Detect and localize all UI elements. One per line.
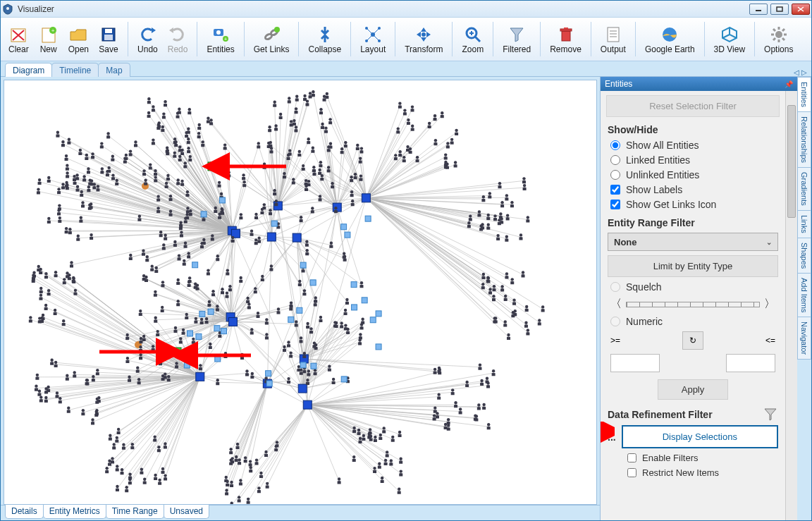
tab-scroll-arrows[interactable]: ◁ ▷ <box>794 68 807 76</box>
toolbar-googleearth-button[interactable]: Google Earth <box>640 19 700 59</box>
svg-point-1271 <box>199 364 202 367</box>
bottom-tab-details[interactable]: Details <box>5 505 44 519</box>
toolbar-label: Save <box>99 44 118 54</box>
svg-point-1306 <box>184 242 187 245</box>
vert-tab-entities[interactable]: Entities <box>797 77 811 112</box>
toolbar-label: Undo <box>137 44 158 54</box>
svg-point-1358 <box>166 147 168 149</box>
svg-point-1284 <box>183 259 185 262</box>
ge-field[interactable] <box>610 354 660 372</box>
toolbar-label: New <box>40 44 57 54</box>
svg-point-979 <box>500 285 503 288</box>
toolbar-save-button[interactable]: Save <box>94 19 123 59</box>
vert-tab-shapes[interactable]: Shapes <box>797 238 811 274</box>
slider-left-arrow-icon[interactable]: 〈 <box>610 297 622 312</box>
toolbar-getlinks-button[interactable]: Get Links <box>249 19 295 59</box>
vert-tab-links[interactable]: Links <box>797 210 811 238</box>
showhide-radio-1[interactable] <box>610 155 620 165</box>
svg-point-1302 <box>312 147 314 149</box>
svg-point-975 <box>504 295 507 298</box>
le-field[interactable] <box>726 354 775 372</box>
svg-rect-1389 <box>192 262 198 268</box>
toolbar-clear-button[interactable]: Clear <box>4 19 34 59</box>
enable-filters-checkbox[interactable] <box>627 453 636 462</box>
svg-point-1229 <box>295 320 297 323</box>
tab-timeline[interactable]: Timeline <box>51 63 99 77</box>
bottom-tab-time-range[interactable]: Time Range <box>106 505 164 519</box>
numeric-reset-button[interactable]: ↻ <box>682 331 703 350</box>
svg-point-1330 <box>269 209 271 212</box>
svg-point-1301 <box>125 154 128 157</box>
toolbar-transform-button[interactable]: Transform <box>400 19 448 59</box>
toolbar-redo-button[interactable]: Redo <box>163 19 193 59</box>
toolbar-layout-button[interactable]: Layout <box>355 19 390 59</box>
svg-point-898 <box>273 100 276 103</box>
side-scrollbar[interactable] <box>785 91 797 520</box>
vert-tab-relationships[interactable]: Relationships <box>797 111 811 168</box>
showhide-check-1[interactable] <box>610 200 620 209</box>
toolbar-filtered-button[interactable]: Filtered <box>498 19 536 59</box>
svg-point-1321 <box>267 142 270 145</box>
showhide-check-0[interactable] <box>610 185 620 195</box>
svg-point-856 <box>116 179 118 182</box>
toolbar: Clear+NewOpenSaveUndoRedo+EntitiesGet Li… <box>1 18 811 61</box>
showhide-radio-2[interactable] <box>610 170 620 180</box>
toolbar-collapse-button[interactable]: Collapse <box>303 19 346 59</box>
maximize-button[interactable] <box>770 4 789 15</box>
svg-point-1272 <box>359 157 362 159</box>
funnel-icon[interactable] <box>763 407 778 422</box>
bottom-tab-unsaved[interactable]: Unsaved <box>164 505 209 519</box>
range-combo[interactable]: None ⌄ <box>608 233 778 251</box>
showhide-radio-0[interactable] <box>610 140 620 150</box>
svg-point-1143 <box>90 202 92 205</box>
vert-tab-gradients[interactable]: Gradients <box>797 167 811 211</box>
svg-point-1212 <box>187 252 190 255</box>
toolbar-label: Redo <box>168 44 188 54</box>
diagram-canvas[interactable] <box>4 80 597 505</box>
svg-point-1193 <box>139 345 142 348</box>
svg-point-1312 <box>216 379 219 381</box>
svg-rect-832 <box>293 233 301 242</box>
squelch-slider[interactable] <box>626 302 760 307</box>
toolbar-undo-button[interactable]: Undo <box>133 19 163 59</box>
svg-line-574 <box>366 125 429 198</box>
close-button[interactable] <box>792 4 810 15</box>
tab-map[interactable]: Map <box>98 63 130 77</box>
refine-dots[interactable]: ... <box>608 431 616 443</box>
toolbar-3dview-button[interactable]: 3D View <box>709 19 750 59</box>
slider-right-arrow-icon[interactable]: 〉 <box>764 297 775 312</box>
svg-point-927 <box>434 139 437 142</box>
svg-point-1065 <box>116 485 118 488</box>
svg-point-1107 <box>95 410 98 413</box>
toolbar-zoom-button[interactable]: Zoom <box>457 19 488 59</box>
svg-point-858 <box>100 142 103 145</box>
toolbar-new-button[interactable]: +New <box>34 19 63 59</box>
toolbar-entities-button[interactable]: +Entities <box>202 19 239 59</box>
toolbar-remove-button[interactable]: Remove <box>545 19 586 59</box>
vert-tab-add-items[interactable]: Add Items <box>797 273 811 318</box>
pin-icon[interactable]: 📌 <box>785 80 793 88</box>
svg-point-1156 <box>90 179 93 182</box>
restrict-new-items-checkbox[interactable] <box>627 468 636 477</box>
svg-point-1101 <box>91 418 94 421</box>
toolbar-options-button[interactable]: Options <box>759 19 798 59</box>
svg-point-983 <box>538 319 541 321</box>
toolbar-label: Collapse <box>308 44 341 54</box>
bottom-tab-entity-metrics[interactable]: Entity Metrics <box>43 505 106 519</box>
svg-point-1134 <box>32 276 35 279</box>
svg-point-1264 <box>359 174 362 177</box>
tab-diagram[interactable]: Diagram <box>5 63 52 77</box>
apply-button[interactable]: Apply <box>658 379 728 400</box>
svg-line-768 <box>46 276 199 376</box>
toolbar-output-button[interactable]: Output <box>596 19 631 59</box>
display-selections-button[interactable]: Display Selections <box>622 425 778 448</box>
reset-selection-filter-button[interactable]: Reset Selection Filter <box>606 95 780 117</box>
limit-entity-type-button[interactable]: Limit by Entity Type <box>608 255 778 277</box>
svg-point-1276 <box>254 213 257 216</box>
svg-point-1105 <box>82 409 85 412</box>
minimize-button[interactable] <box>749 4 768 15</box>
svg-point-1208 <box>154 176 157 178</box>
vert-tab-navigator[interactable]: Navigator <box>797 317 811 360</box>
toolbar-open-button[interactable]: Open <box>63 19 94 59</box>
googleearth-icon <box>660 25 679 44</box>
